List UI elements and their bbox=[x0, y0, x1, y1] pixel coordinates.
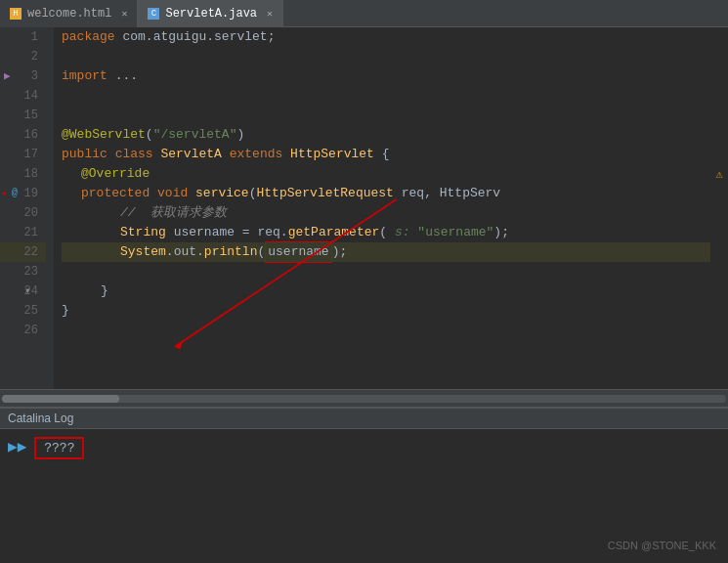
gutter-26: 26 bbox=[0, 321, 46, 340]
code-line-15 bbox=[62, 106, 710, 125]
code-line-26 bbox=[62, 321, 710, 340]
gutter-20: 20 bbox=[0, 203, 46, 223]
scrollbar-thumb[interactable] bbox=[2, 395, 119, 403]
panel-title: Catalina Log bbox=[8, 411, 73, 425]
output-box: ???? bbox=[34, 437, 84, 459]
gutter-23: 23 bbox=[0, 262, 46, 282]
tab-bar: H welcome.html ✕ C ServletA.java ✕ bbox=[0, 0, 728, 27]
tab-servletA-close[interactable]: ✕ bbox=[267, 8, 273, 20]
java-file-icon: C bbox=[148, 8, 159, 20]
right-gutter: ⚠ bbox=[710, 27, 728, 389]
code-area[interactable]: package com.atguigu.servlet; import ... … bbox=[54, 27, 710, 389]
panel-header: Catalina Log bbox=[0, 409, 728, 429]
output-text: ???? bbox=[44, 441, 74, 455]
tab-servletA-label: ServletA.java bbox=[165, 7, 257, 21]
username-highlight-box: username bbox=[265, 241, 331, 263]
code-line-24: } bbox=[62, 282, 710, 301]
code-line-14 bbox=[62, 86, 710, 106]
tab-welcome-label: welcome.html bbox=[27, 7, 111, 21]
gutter-16: 16 bbox=[0, 125, 46, 145]
gutter-15: 15 bbox=[0, 106, 46, 125]
line-number-gutter: 1 2 ▶ 3 14 15 16 17 18 ● @ 19 20 21 22 bbox=[0, 27, 54, 389]
code-line-3: import ... bbox=[62, 66, 710, 86]
gutter-18: 18 bbox=[0, 164, 46, 184]
watermark: CSDN @STONE_KKK bbox=[608, 540, 716, 551]
gutter-17: 17 bbox=[0, 145, 46, 164]
code-line-25: } bbox=[62, 301, 710, 321]
code-line-19: protected void service(HttpServletReques… bbox=[62, 184, 710, 203]
gutter-22: 22 bbox=[0, 242, 46, 262]
code-line-1: package com.atguigu.servlet; bbox=[62, 27, 710, 47]
run-icon[interactable]: ▶▶ bbox=[8, 437, 26, 456]
code-line-22: System.out.println(username); bbox=[62, 242, 710, 262]
tab-welcome-close[interactable]: ✕ bbox=[121, 8, 127, 20]
gutter-24: ▼ 24 bbox=[0, 282, 46, 301]
horizontal-scrollbar[interactable] bbox=[0, 389, 728, 407]
tab-servletA[interactable]: C ServletA.java ✕ bbox=[138, 0, 283, 27]
gutter-19: ● @ 19 bbox=[0, 184, 46, 203]
warning-icon: ⚠ bbox=[715, 167, 722, 182]
html-file-icon: H bbox=[10, 8, 21, 20]
editor-wrapper: 1 2 ▶ 3 14 15 16 17 18 ● @ 19 20 21 22 bbox=[0, 27, 728, 389]
gutter-1: 1 bbox=[0, 27, 46, 47]
gutter-3: ▶ 3 bbox=[0, 66, 46, 86]
code-line-16: @WebServlet("/servletA") bbox=[62, 125, 710, 145]
code-line-2 bbox=[62, 47, 710, 66]
tab-welcome[interactable]: H welcome.html ✕ bbox=[0, 0, 138, 27]
gutter-2: 2 bbox=[0, 47, 46, 66]
gutter-14: 14 bbox=[0, 86, 46, 106]
gutter-25: 25 bbox=[0, 301, 46, 321]
scrollbar-track[interactable] bbox=[2, 395, 726, 403]
code-line-17: public class ServletA extends HttpServle… bbox=[62, 145, 710, 164]
gutter-21: 21 bbox=[0, 223, 46, 242]
code-line-18: @Override bbox=[62, 164, 710, 184]
code-line-20: // 获取请求参数 bbox=[62, 203, 710, 223]
editor-container: 1 2 ▶ 3 14 15 16 17 18 ● @ 19 20 21 22 bbox=[0, 27, 728, 389]
code-line-21: String username = req.getParameter( s: "… bbox=[62, 223, 710, 242]
code-line-23 bbox=[62, 262, 710, 282]
